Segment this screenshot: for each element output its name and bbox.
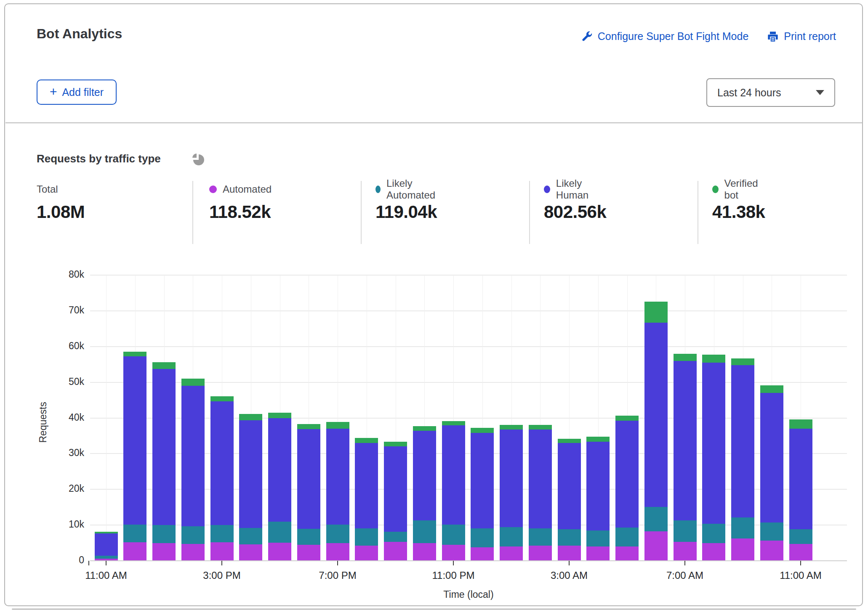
stat-likely-human[interactable]: Likely Human802.56k <box>544 183 606 222</box>
bar-segment-likely-automated[interactable] <box>442 525 465 545</box>
bar-segment-likely-human[interactable] <box>558 443 581 529</box>
bar-segment-likely-automated[interactable] <box>789 529 812 544</box>
bar-segment-likely-automated[interactable] <box>384 532 407 542</box>
bar-segment-automated[interactable] <box>644 531 668 561</box>
bar-segment-automated[interactable] <box>558 546 581 561</box>
bar-segment-verified-bot[interactable] <box>789 419 812 429</box>
bar-segment-verified-bot[interactable] <box>181 379 205 386</box>
bar-segment-automated[interactable] <box>384 542 407 561</box>
bar-segment-verified-bot[interactable] <box>500 425 523 429</box>
bar-segment-likely-automated[interactable] <box>644 507 668 531</box>
bar-segment-automated[interactable] <box>123 542 146 561</box>
bar-segment-verified-bot[interactable] <box>702 355 725 363</box>
bar-segment-automated[interactable] <box>760 541 783 561</box>
bar-segment-likely-human[interactable] <box>529 430 552 528</box>
bar-segment-likely-human[interactable] <box>355 443 378 528</box>
bar-segment-likely-human[interactable] <box>413 431 436 520</box>
bar-segment-likely-automated[interactable] <box>413 520 436 543</box>
bar-segment-likely-automated[interactable] <box>152 525 176 543</box>
bar-segment-likely-human[interactable] <box>615 421 639 528</box>
bar-segment-automated[interactable] <box>471 547 494 561</box>
bar-segment-automated[interactable] <box>297 545 320 561</box>
bar-segment-likely-human[interactable] <box>760 393 783 522</box>
bar-segment-automated[interactable] <box>674 542 697 561</box>
bar-segment-verified-bot[interactable] <box>384 442 407 447</box>
bar-segment-verified-bot[interactable] <box>413 426 436 431</box>
bar-segment-likely-human[interactable] <box>95 533 118 556</box>
bar-segment-verified-bot[interactable] <box>95 532 118 533</box>
bar-segment-likely-automated[interactable] <box>297 529 320 545</box>
bar-segment-verified-bot[interactable] <box>731 358 754 365</box>
bar-segment-likely-human[interactable] <box>674 361 697 520</box>
bar-segment-automated[interactable] <box>442 545 465 561</box>
bar-segment-automated[interactable] <box>181 544 205 561</box>
bar-segment-verified-bot[interactable] <box>586 437 610 442</box>
bar-segment-verified-bot[interactable] <box>442 421 465 425</box>
print-report-link[interactable]: Print report <box>767 30 836 42</box>
bar-segment-automated[interactable] <box>500 546 523 561</box>
bar-segment-automated[interactable] <box>239 544 262 561</box>
stat-automated[interactable]: Automated118.52k <box>209 183 272 222</box>
bar-segment-verified-bot[interactable] <box>297 424 320 429</box>
bar-segment-likely-human[interactable] <box>789 429 812 529</box>
bar-segment-likely-human[interactable] <box>326 429 349 525</box>
bar-segment-automated[interactable] <box>268 543 291 561</box>
bar-segment-likely-automated[interactable] <box>760 522 783 540</box>
bar-segment-likely-automated[interactable] <box>529 528 552 546</box>
stat-likely-automated[interactable]: Likely Automated119.04k <box>375 183 438 222</box>
time-range-select[interactable]: Last 24 hours <box>706 78 835 107</box>
bar-segment-likely-automated[interactable] <box>95 556 118 559</box>
bar-segment-verified-bot[interactable] <box>760 385 783 393</box>
add-filter-button[interactable]: + Add filter <box>37 80 117 105</box>
bar-segment-likely-automated[interactable] <box>500 527 523 546</box>
bar-segment-automated[interactable] <box>413 543 436 561</box>
bar-segment-verified-bot[interactable] <box>529 425 552 430</box>
bar-segment-likely-automated[interactable] <box>615 528 639 546</box>
bar-segment-likely-human[interactable] <box>384 446 407 532</box>
bar-segment-likely-human[interactable] <box>210 401 234 525</box>
bar-segment-likely-automated[interactable] <box>731 517 754 538</box>
bar-segment-likely-automated[interactable] <box>210 525 234 542</box>
bar-segment-likely-human[interactable] <box>586 442 610 530</box>
bar-segment-automated[interactable] <box>586 546 610 561</box>
bar-segment-verified-bot[interactable] <box>355 438 378 443</box>
bar-segment-likely-human[interactable] <box>644 323 668 507</box>
bar-segment-likely-automated[interactable] <box>558 529 581 546</box>
bar-segment-likely-automated[interactable] <box>355 528 378 546</box>
bar-segment-likely-automated[interactable] <box>181 526 205 544</box>
bar-segment-automated[interactable] <box>702 543 725 561</box>
bar-segment-likely-automated[interactable] <box>702 524 725 544</box>
bar-segment-automated[interactable] <box>529 546 552 561</box>
bar-segment-likely-automated[interactable] <box>586 530 610 546</box>
bar-segment-verified-bot[interactable] <box>210 396 234 401</box>
bar-segment-verified-bot[interactable] <box>152 362 176 369</box>
bar-segment-verified-bot[interactable] <box>239 414 262 420</box>
bar-segment-verified-bot[interactable] <box>674 354 697 361</box>
bar-segment-likely-human[interactable] <box>297 429 320 529</box>
bar-segment-likely-human[interactable] <box>442 425 465 525</box>
bar-segment-verified-bot[interactable] <box>471 428 494 433</box>
bar-segment-automated[interactable] <box>152 543 176 561</box>
bar-segment-likely-human[interactable] <box>500 430 523 528</box>
bar-segment-verified-bot[interactable] <box>644 302 668 323</box>
bar-segment-likely-automated[interactable] <box>674 520 697 542</box>
configure-super-bot-fight-mode-link[interactable]: Configure Super Bot Fight Mode <box>581 30 749 42</box>
bar-segment-automated[interactable] <box>731 538 754 561</box>
bar-segment-automated[interactable] <box>615 546 639 561</box>
bar-segment-likely-automated[interactable] <box>239 528 262 544</box>
bar-segment-verified-bot[interactable] <box>268 413 291 419</box>
stat-verified-bot[interactable]: Verified bot41.38k <box>712 183 765 222</box>
bar-segment-verified-bot[interactable] <box>615 416 639 421</box>
bar-segment-likely-automated[interactable] <box>268 522 291 543</box>
bar-segment-likely-human[interactable] <box>181 386 205 526</box>
bar-segment-likely-human[interactable] <box>239 420 262 528</box>
bar-segment-likely-automated[interactable] <box>471 528 494 547</box>
bar-segment-likely-human[interactable] <box>152 369 176 525</box>
bar-segment-automated[interactable] <box>326 543 349 561</box>
bar-segment-likely-human[interactable] <box>702 363 725 524</box>
stat-total[interactable]: Total1.08M <box>37 183 85 222</box>
bar-segment-verified-bot[interactable] <box>123 352 146 356</box>
bar-segment-likely-human[interactable] <box>268 418 291 521</box>
bar-segment-likely-human[interactable] <box>123 356 146 525</box>
bar-segment-likely-human[interactable] <box>731 365 754 517</box>
